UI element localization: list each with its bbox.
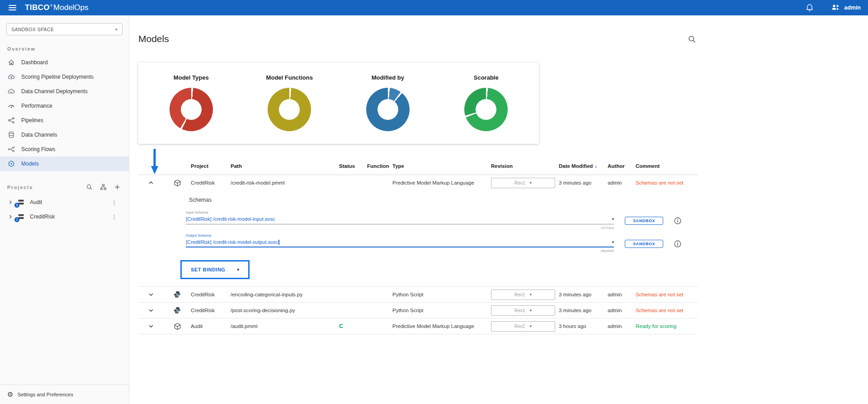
cell-author: admin [608, 308, 636, 313]
registered-mark: ® [50, 4, 52, 7]
sidebar-item-label: Models [21, 161, 39, 167]
project-item-creditrisk[interactable]: 2 CreditRisk ⋮ [0, 209, 129, 224]
projects-section-header: Projects [7, 183, 122, 191]
revision-select[interactable]: Rev1▾ [491, 178, 555, 188]
cell-comment: Schemas are not set [636, 292, 698, 297]
col-header-author[interactable]: Author [608, 163, 636, 169]
project-icon: 2 [16, 213, 25, 221]
cell-project: CreditRisk [191, 180, 231, 185]
output-schema-value[interactable]: [CreditRisk] /credit-risk-model-output.a… [186, 239, 278, 245]
model-icon [7, 160, 15, 168]
project-item-audit[interactable]: 5 Audit ⋮ [0, 195, 129, 209]
project-hierarchy-icon[interactable] [99, 183, 108, 191]
sidebar-item-dashboard[interactable]: Dashboard [0, 55, 129, 70]
col-header-function[interactable]: Function [367, 163, 392, 169]
project-kebab-menu-icon[interactable]: ⋮ [110, 214, 118, 220]
menu-icon[interactable] [7, 4, 18, 12]
users-icon [831, 4, 840, 12]
cell-project: CreditRisk [191, 292, 231, 297]
sidebar-item-label: Scoring Pipeline Deployments [21, 74, 94, 80]
project-name: CreditRisk [30, 214, 110, 220]
app-logo: TIBCO®ModelOps [25, 3, 89, 12]
sidebar-item-scoring-pipeline-deployments[interactable]: Scoring Pipeline Deployments [0, 70, 129, 84]
info-icon[interactable] [672, 215, 683, 226]
output-schema-field[interactable]: Output Schema [CreditRisk] /credit-risk-… [186, 233, 614, 253]
add-project-icon[interactable] [113, 183, 122, 191]
sort-descending-icon[interactable]: ↓ [594, 163, 597, 169]
flow-icon [7, 145, 15, 153]
project-badge: 2 [14, 217, 19, 222]
database-icon [7, 131, 15, 139]
notifications-bell-icon[interactable] [804, 2, 816, 14]
col-header-comment[interactable]: Comment [636, 163, 698, 169]
caret-down-icon: ▾ [529, 308, 532, 313]
project-search-icon[interactable] [85, 183, 94, 191]
collapse-row-button[interactable] [138, 180, 164, 185]
cell-author: admin [608, 323, 636, 329]
output-schema-row: Output Schema [CreditRisk] /credit-risk-… [186, 233, 698, 253]
settings-and-preferences[interactable]: ⚙ Settings and Preferences [0, 385, 129, 404]
sidebar-item-label: Dashboard [21, 59, 48, 66]
project-kebab-menu-icon[interactable]: ⋮ [110, 199, 118, 206]
projects-section-label: Projects [7, 185, 80, 190]
cell-comment: Ready for scoring [636, 323, 698, 329]
chevron-right-icon[interactable] [8, 200, 13, 204]
chart-title: Model Types [174, 74, 209, 81]
revision-select[interactable]: Rev1▾ [491, 290, 555, 300]
col-header-revision[interactable]: Revision [491, 163, 559, 169]
space-selector[interactable]: SANDBOX SPACE ▾ [6, 23, 123, 35]
sidebar-item-label: Data Channels [21, 132, 57, 138]
revision-select[interactable]: Rev2▾ [491, 321, 555, 332]
table-row[interactable]: CreditRisk /credit-risk-model.pmml Predi… [138, 175, 698, 190]
caret-down-icon[interactable]: ▾ [612, 240, 614, 244]
sidebar-item-scoring-flows[interactable]: Scoring Flows [0, 142, 129, 157]
sidebar-item-models[interactable]: Models [0, 157, 129, 171]
col-header-path[interactable]: Path [231, 163, 339, 169]
set-binding-button[interactable]: SET BINDING ▾ [184, 263, 246, 276]
donut-chart-model-types [170, 88, 213, 131]
table-row[interactable]: Audit /audit.pmml C Predictive Model Mar… [138, 318, 698, 334]
output-schema-hash: d5ed9e5 [186, 249, 614, 253]
chevron-right-icon[interactable] [8, 214, 13, 219]
brand-name: TIBCO [25, 3, 50, 12]
sidebar-item-label: Scoring Flows [21, 146, 55, 152]
revision-select[interactable]: Rev1▾ [491, 305, 555, 316]
cell-project: Audit [191, 323, 231, 329]
search-icon[interactable] [686, 33, 698, 45]
cell-status: C [339, 323, 367, 329]
donut-chart-scorable [464, 88, 508, 131]
col-header-date-modified[interactable]: Date Modified↓ [559, 163, 608, 169]
caret-down-icon: ▾ [529, 292, 532, 297]
cell-project: CreditRisk [191, 308, 231, 313]
page-title: Models [138, 33, 169, 44]
sidebar-item-label: Data Channel Deployments [21, 88, 88, 95]
schemas-section-label: Schemas [189, 197, 698, 203]
cell-path: /encoding-categorical-inputs.py [231, 292, 339, 297]
sidebar-item-data-channels[interactable]: Data Channels [0, 128, 129, 142]
expand-row-button[interactable] [138, 292, 164, 297]
info-icon[interactable] [672, 238, 683, 249]
caret-down-icon: ▾ [529, 324, 532, 328]
sidebar-item-data-channel-deployments[interactable]: Data Channel Deployments [0, 84, 129, 99]
input-schema-sandbox-button[interactable]: SANDBOX [625, 217, 663, 225]
table-row[interactable]: CreditRisk /encoding-categorical-inputs.… [138, 287, 698, 303]
table-header-row: Project Path Status Function Type Revisi… [138, 157, 698, 175]
sidebar-item-label: Performance [21, 103, 52, 109]
expand-row-button[interactable] [138, 308, 164, 313]
username-label: admin [844, 5, 861, 11]
main-content: Models Model Types Model Functions Modif… [129, 15, 868, 404]
output-schema-sandbox-button[interactable]: SANDBOX [625, 240, 663, 248]
expand-row-button[interactable] [138, 323, 164, 329]
input-schema-field[interactable]: Input Schema [CreditRisk] /credit-risk-m… [186, 210, 614, 230]
chart-title: Scorable [474, 74, 499, 81]
col-header-status[interactable]: Status [339, 163, 367, 169]
cell-author: admin [608, 180, 636, 185]
user-menu[interactable]: admin [831, 4, 861, 12]
input-schema-value[interactable]: [CreditRisk] /credit-risk-model-input.av… [186, 216, 275, 222]
col-header-type[interactable]: Type [392, 163, 491, 169]
sidebar-item-performance[interactable]: Performance [0, 99, 129, 113]
caret-down-icon[interactable]: ▾ [612, 217, 614, 221]
table-row[interactable]: CreditRisk /post-scoring-decisioning.py … [138, 303, 698, 318]
sidebar-item-pipelines[interactable]: Pipelines [0, 113, 129, 128]
col-header-project[interactable]: Project [191, 163, 231, 169]
